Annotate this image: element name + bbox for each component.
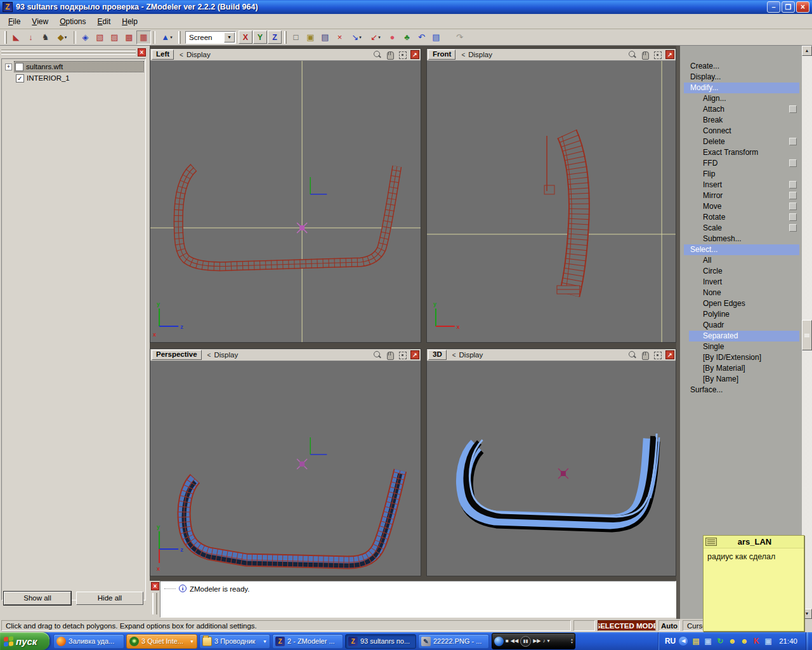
close-log-icon[interactable]: × [151, 582, 159, 590]
minimize-button[interactable]: – [767, 1, 780, 13]
task-zmodeler-2[interactable]: 2 - ZModeler ... ▼ [272, 634, 343, 649]
viewport-canvas[interactable] [427, 361, 676, 576]
cmd-surface[interactable]: Surface... [684, 385, 799, 395]
task-zmodeler-93[interactable]: 93 sultanrs по... ▼ [345, 634, 416, 649]
tree-row-root[interactable]: + sultanrs.wft [2, 61, 145, 72]
export-icon[interactable]: ↘ ▾ [347, 30, 366, 44]
hide-all-button[interactable]: Hide all [76, 592, 143, 605]
cmd-select-circle[interactable]: Circle [689, 266, 799, 277]
chevron-down-icon[interactable]: ▾ [65, 35, 67, 40]
viewport-name-button[interactable]: Front [428, 50, 455, 60]
zoom-extents-icon[interactable] [653, 50, 662, 60]
close-button[interactable]: × [796, 1, 809, 13]
cmd-select-open-edges[interactable]: Open Edges [689, 298, 799, 309]
command-checkbox[interactable] [789, 192, 797, 199]
command-checkbox[interactable] [789, 159, 797, 167]
messenger-tray-icon[interactable]: ☻ [727, 636, 737, 646]
previous-button[interactable]: ◀◀ [511, 639, 518, 644]
new-file-icon[interactable]: □ ▾ [289, 30, 303, 44]
command-checkbox[interactable] [789, 224, 797, 232]
cmd-select-all[interactable]: All [689, 255, 799, 266]
maximize-viewport-icon[interactable]: ↗ [410, 350, 419, 359]
open-file-icon[interactable]: ▣ ▾ [303, 30, 318, 44]
figure-tool-icon[interactable]: ♞ ▾ [38, 30, 53, 44]
zoom-icon[interactable] [372, 350, 382, 360]
visibility-checkbox[interactable] [15, 63, 23, 71]
display-menu-chevron[interactable]: < [452, 352, 456, 359]
next-button[interactable]: ▶▶ [533, 639, 540, 644]
volume-button[interactable]: ♪ [542, 639, 545, 644]
axis-x-button[interactable]: X ▾ [239, 30, 252, 44]
cmd-rotate[interactable]: Rotate [689, 212, 799, 223]
pan-icon[interactable] [385, 50, 395, 60]
log-view-icon[interactable]: ▤ ▾ [429, 30, 443, 44]
maximize-viewport-icon[interactable]: ↗ [410, 50, 419, 59]
title-bar[interactable]: Z 93 sultanrs подкрыло проверка - ZModel… [0, 0, 812, 14]
messenger2-tray-icon[interactable]: ☻ [739, 636, 749, 646]
cmd-select-single[interactable]: Single [689, 342, 799, 352]
chevron-down-icon[interactable]: ▾ [359, 35, 362, 40]
edit-box-3-icon[interactable]: ▩ ▾ [122, 30, 136, 44]
cmd-mirror[interactable]: Mirror [689, 190, 799, 201]
toolbar-grip[interactable] [178, 31, 181, 44]
sticky-note[interactable]: ars_LAN радиус как сделал [703, 535, 804, 632]
antivirus-tray-icon[interactable]: K [751, 636, 761, 646]
cmd-select-quadr[interactable]: Quadr [689, 320, 799, 331]
panel-grip[interactable] [1, 53, 136, 55]
cmd-select-none[interactable]: None [689, 288, 799, 298]
note-body[interactable]: радиус как сделал [704, 548, 804, 565]
viewport-canvas[interactable]: y z x [150, 61, 421, 342]
material-editor-icon[interactable]: ● ▾ [385, 30, 400, 44]
pan-icon[interactable] [385, 350, 395, 360]
command-checkbox[interactable] [789, 181, 797, 189]
command-checkbox[interactable] [789, 105, 797, 113]
close-panel-icon[interactable]: × [138, 48, 146, 56]
toolbar-button[interactable]: ▾ [74, 31, 76, 44]
scrollbar-thumb[interactable] [802, 320, 812, 350]
start-button[interactable]: пуск [0, 632, 49, 650]
vertices-tool-icon[interactable]: ◈ ▾ [78, 30, 93, 44]
cmd-move[interactable]: Move [689, 201, 799, 212]
axis-z-button[interactable]: Z ▾ [268, 30, 282, 44]
toolbar-button[interactable]: ▾ [153, 31, 155, 44]
clipboard-tray-icon[interactable]: ▤ [691, 636, 701, 646]
pause-button[interactable]: ▮▮ [520, 636, 531, 647]
viewport-name-button[interactable]: 3D [428, 350, 447, 360]
cmd-attach[interactable]: Attach [689, 104, 799, 115]
display-menu-chevron[interactable]: < [207, 352, 211, 359]
viewport-name-button[interactable]: Perspective [152, 350, 202, 360]
display-menu-label[interactable]: Display [459, 351, 624, 359]
edit-box-1-icon[interactable]: ▧ ▾ [93, 30, 107, 44]
chevron-down-icon[interactable]: ▾ [547, 639, 549, 644]
pan-icon[interactable] [640, 50, 650, 60]
Options[interactable]: Options [54, 15, 91, 29]
auto-toggle[interactable]: Auto [658, 620, 680, 631]
command-checkbox[interactable] [789, 213, 797, 221]
panel-grip[interactable] [1, 50, 136, 51]
command-checkbox[interactable] [789, 202, 797, 210]
zoom-icon[interactable] [627, 350, 637, 360]
edit-box-2-icon[interactable]: ▨ ▾ [107, 30, 122, 44]
log-grip[interactable] [152, 593, 157, 614]
axes-mode-combo[interactable]: Screen ▼ [185, 31, 236, 44]
chevron-down-icon[interactable]: ▼ [263, 639, 267, 644]
zoom-icon[interactable] [627, 50, 637, 60]
zoom-extents-icon[interactable] [398, 50, 407, 60]
chevron-down-icon[interactable]: ▾ [378, 35, 381, 40]
command-panel-scrollbar[interactable]: ▲ ▼ [802, 46, 812, 619]
show-all-button[interactable]: Show all [4, 592, 71, 605]
delete-icon[interactable]: × ▾ [332, 30, 347, 44]
language-indicator[interactable]: RU [665, 637, 676, 646]
cmd-ffd[interactable]: FFD [689, 158, 799, 169]
pin-tool-icon[interactable]: ↓ ▾ [23, 30, 38, 44]
View[interactable]: View [26, 15, 54, 29]
task-qip-group[interactable]: 3 Quiet Inte... ▼ [126, 634, 197, 649]
import-icon[interactable]: ↙ ▾ [366, 30, 385, 44]
toolbar-grip[interactable] [4, 31, 7, 44]
display-tray-icon[interactable]: ▣ [763, 636, 773, 646]
cmd-select-by-material[interactable]: [By Material] [689, 363, 799, 374]
cmd-flip[interactable]: Flip [689, 169, 799, 180]
cmd-select-by-id[interactable]: [By ID/Extension] [689, 352, 799, 363]
maximize-viewport-icon[interactable]: ↗ [665, 50, 674, 59]
chevron-down-icon[interactable]: ▼ [190, 639, 194, 644]
